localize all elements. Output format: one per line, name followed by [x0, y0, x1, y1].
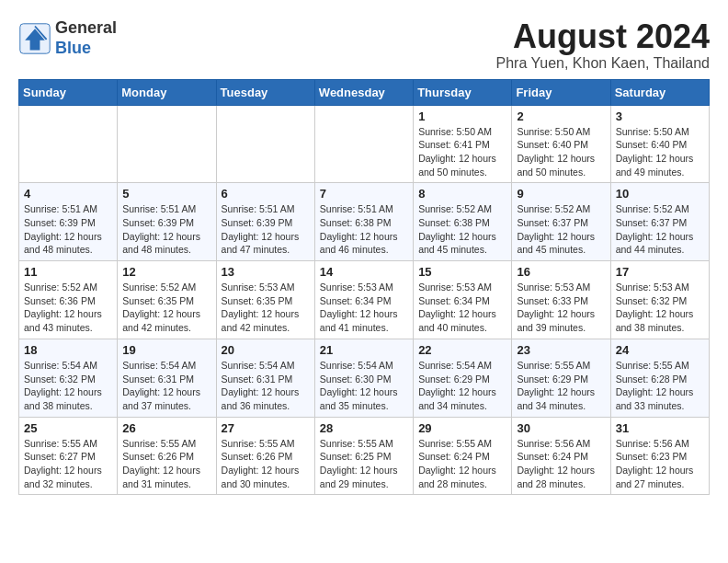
day-cell: 18Sunrise: 5:54 AMSunset: 6:32 PMDayligh… — [19, 339, 118, 417]
day-info: Sunrise: 5:53 AMSunset: 6:35 PMDaylight:… — [222, 281, 310, 335]
day-info: Sunrise: 5:55 AMSunset: 6:27 PMDaylight:… — [24, 437, 112, 491]
day-info: Sunrise: 5:52 AMSunset: 6:35 PMDaylight:… — [122, 281, 210, 335]
day-number: 27 — [222, 421, 310, 435]
day-cell: 19Sunrise: 5:54 AMSunset: 6:31 PMDayligh… — [118, 339, 216, 417]
day-info: Sunrise: 5:54 AMSunset: 6:31 PMDaylight:… — [122, 359, 210, 413]
day-number: 3 — [616, 109, 704, 123]
day-number: 12 — [122, 265, 210, 279]
logo-text: General Blue — [55, 18, 117, 58]
day-info: Sunrise: 5:50 AMSunset: 6:40 PMDaylight:… — [517, 125, 605, 179]
day-cell — [19, 105, 118, 183]
day-info: Sunrise: 5:51 AMSunset: 6:39 PMDaylight:… — [222, 202, 310, 257]
week-row-3: 11Sunrise: 5:52 AMSunset: 6:36 PMDayligh… — [19, 261, 710, 339]
title-block: August 2024 Phra Yuen, Khon Kaen, Thaila… — [496, 18, 710, 72]
day-cell: 9Sunrise: 5:52 AMSunset: 6:37 PMDaylight… — [512, 183, 610, 261]
header-cell-saturday: Saturday — [610, 79, 709, 105]
day-info: Sunrise: 5:51 AMSunset: 6:38 PMDaylight:… — [320, 202, 408, 257]
header-cell-monday: Monday — [118, 79, 216, 105]
header-cell-thursday: Thursday — [414, 79, 512, 105]
day-info: Sunrise: 5:55 AMSunset: 6:26 PMDaylight:… — [222, 437, 310, 491]
day-cell: 26Sunrise: 5:55 AMSunset: 6:26 PMDayligh… — [118, 417, 216, 495]
day-number: 4 — [24, 187, 112, 201]
day-info: Sunrise: 5:53 AMSunset: 6:33 PMDaylight:… — [517, 281, 605, 335]
day-number: 14 — [320, 265, 408, 279]
day-info: Sunrise: 5:54 AMSunset: 6:32 PMDaylight:… — [24, 359, 112, 413]
week-row-1: 1Sunrise: 5:50 AMSunset: 6:41 PMDaylight… — [19, 105, 710, 183]
day-cell: 23Sunrise: 5:55 AMSunset: 6:29 PMDayligh… — [512, 339, 610, 417]
day-number: 15 — [418, 265, 506, 279]
day-cell: 13Sunrise: 5:53 AMSunset: 6:35 PMDayligh… — [216, 261, 314, 339]
day-info: Sunrise: 5:54 AMSunset: 6:29 PMDaylight:… — [418, 359, 506, 413]
day-number: 19 — [122, 343, 210, 357]
day-info: Sunrise: 5:55 AMSunset: 6:29 PMDaylight:… — [517, 359, 605, 413]
day-number: 30 — [517, 421, 605, 435]
day-info: Sunrise: 5:52 AMSunset: 6:37 PMDaylight:… — [616, 202, 704, 257]
day-cell: 11Sunrise: 5:52 AMSunset: 6:36 PMDayligh… — [19, 261, 118, 339]
calendar-subtitle: Phra Yuen, Khon Kaen, Thailand — [496, 55, 710, 72]
header-cell-friday: Friday — [512, 79, 610, 105]
day-info: Sunrise: 5:51 AMSunset: 6:39 PMDaylight:… — [24, 202, 112, 257]
day-cell: 4Sunrise: 5:51 AMSunset: 6:39 PMDaylight… — [19, 183, 118, 261]
day-cell: 31Sunrise: 5:56 AMSunset: 6:23 PMDayligh… — [610, 417, 709, 495]
day-number: 28 — [320, 421, 408, 435]
day-cell: 22Sunrise: 5:54 AMSunset: 6:29 PMDayligh… — [414, 339, 512, 417]
day-number: 9 — [517, 187, 605, 201]
day-info: Sunrise: 5:51 AMSunset: 6:39 PMDaylight:… — [122, 202, 210, 257]
day-cell: 6Sunrise: 5:51 AMSunset: 6:39 PMDaylight… — [216, 183, 314, 261]
day-number: 18 — [24, 343, 112, 357]
day-info: Sunrise: 5:50 AMSunset: 6:40 PMDaylight:… — [616, 125, 704, 179]
calendar-title: August 2024 — [496, 18, 710, 55]
logo-icon — [18, 22, 51, 55]
day-number: 25 — [24, 421, 112, 435]
day-info: Sunrise: 5:53 AMSunset: 6:32 PMDaylight:… — [616, 281, 704, 335]
day-cell: 1Sunrise: 5:50 AMSunset: 6:41 PMDaylight… — [414, 105, 512, 183]
day-info: Sunrise: 5:53 AMSunset: 6:34 PMDaylight:… — [418, 281, 506, 335]
day-number: 29 — [418, 421, 506, 435]
day-info: Sunrise: 5:55 AMSunset: 6:28 PMDaylight:… — [616, 359, 704, 413]
week-row-4: 18Sunrise: 5:54 AMSunset: 6:32 PMDayligh… — [19, 339, 710, 417]
day-number: 11 — [24, 265, 112, 279]
calendar-header: SundayMondayTuesdayWednesdayThursdayFrid… — [19, 79, 710, 105]
day-cell: 17Sunrise: 5:53 AMSunset: 6:32 PMDayligh… — [610, 261, 709, 339]
header-cell-sunday: Sunday — [19, 79, 118, 105]
day-info: Sunrise: 5:54 AMSunset: 6:30 PMDaylight:… — [320, 359, 408, 413]
day-number: 31 — [616, 421, 704, 435]
day-cell: 21Sunrise: 5:54 AMSunset: 6:30 PMDayligh… — [314, 339, 413, 417]
day-cell: 20Sunrise: 5:54 AMSunset: 6:31 PMDayligh… — [216, 339, 314, 417]
day-cell — [314, 105, 413, 183]
day-number: 23 — [517, 343, 605, 357]
day-number: 22 — [418, 343, 506, 357]
day-info: Sunrise: 5:54 AMSunset: 6:31 PMDaylight:… — [222, 359, 310, 413]
day-cell: 14Sunrise: 5:53 AMSunset: 6:34 PMDayligh… — [314, 261, 413, 339]
calendar-table: SundayMondayTuesdayWednesdayThursdayFrid… — [18, 79, 710, 496]
day-cell: 24Sunrise: 5:55 AMSunset: 6:28 PMDayligh… — [610, 339, 709, 417]
day-number: 21 — [320, 343, 408, 357]
day-number: 17 — [616, 265, 704, 279]
day-cell: 7Sunrise: 5:51 AMSunset: 6:38 PMDaylight… — [314, 183, 413, 261]
day-info: Sunrise: 5:52 AMSunset: 6:36 PMDaylight:… — [24, 281, 112, 335]
header-cell-tuesday: Tuesday — [216, 79, 314, 105]
day-info: Sunrise: 5:55 AMSunset: 6:25 PMDaylight:… — [320, 437, 408, 491]
day-cell — [118, 105, 216, 183]
day-cell: 3Sunrise: 5:50 AMSunset: 6:40 PMDaylight… — [610, 105, 709, 183]
day-info: Sunrise: 5:50 AMSunset: 6:41 PMDaylight:… — [418, 125, 506, 179]
day-number: 10 — [616, 187, 704, 201]
day-cell: 5Sunrise: 5:51 AMSunset: 6:39 PMDaylight… — [118, 183, 216, 261]
header-cell-wednesday: Wednesday — [314, 79, 413, 105]
day-number: 24 — [616, 343, 704, 357]
day-cell: 29Sunrise: 5:55 AMSunset: 6:24 PMDayligh… — [414, 417, 512, 495]
calendar-body: 1Sunrise: 5:50 AMSunset: 6:41 PMDaylight… — [19, 105, 710, 495]
day-cell: 25Sunrise: 5:55 AMSunset: 6:27 PMDayligh… — [19, 417, 118, 495]
day-info: Sunrise: 5:52 AMSunset: 6:37 PMDaylight:… — [517, 202, 605, 257]
logo-general: General — [55, 18, 117, 37]
day-cell: 2Sunrise: 5:50 AMSunset: 6:40 PMDaylight… — [512, 105, 610, 183]
day-number: 1 — [418, 109, 506, 123]
day-cell: 12Sunrise: 5:52 AMSunset: 6:35 PMDayligh… — [118, 261, 216, 339]
day-number: 7 — [320, 187, 408, 201]
week-row-2: 4Sunrise: 5:51 AMSunset: 6:39 PMDaylight… — [19, 183, 710, 261]
day-number: 2 — [517, 109, 605, 123]
day-cell: 16Sunrise: 5:53 AMSunset: 6:33 PMDayligh… — [512, 261, 610, 339]
header-row: SundayMondayTuesdayWednesdayThursdayFrid… — [19, 79, 710, 105]
day-number: 26 — [122, 421, 210, 435]
day-info: Sunrise: 5:56 AMSunset: 6:24 PMDaylight:… — [517, 437, 605, 491]
